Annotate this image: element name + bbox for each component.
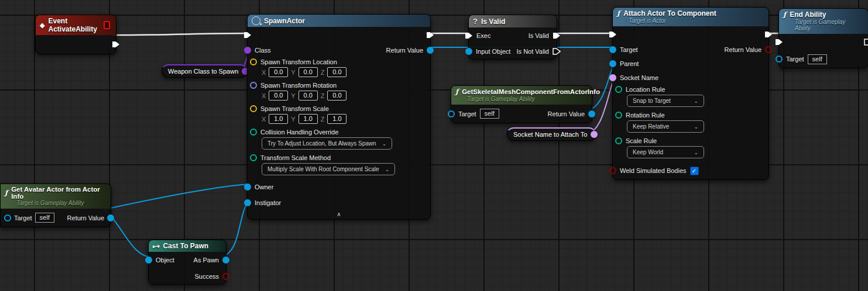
weld-row: Weld Simulated Bodies ✓ <box>613 162 768 179</box>
exec-out-pin[interactable] <box>426 32 434 39</box>
loc-y-input[interactable]: 0.0 <box>299 67 318 77</box>
rot-y-input[interactable]: 0.0 <box>299 91 318 101</box>
node-end-ability[interactable]: ƒ End Ability Target is Gameplay Ability… <box>778 8 868 68</box>
scale-rule-pin[interactable] <box>615 137 622 144</box>
node-get-skeletal-mesh-component[interactable]: ƒ GetSkeletalMeshComponentFromActorInfo … <box>451 85 592 123</box>
success-pin[interactable] <box>222 273 229 280</box>
event-node-header[interactable]: ◈ Event ActivateAbility <box>36 15 116 35</box>
node-get-avatar-actor[interactable]: ƒ Get Avatar Actor from Actor Info Targe… <box>0 183 111 227</box>
rotation-rule-dropdown[interactable]: Keep Relative ⌄ <box>627 120 704 133</box>
collision-pin[interactable] <box>250 129 257 136</box>
return-value-pin[interactable] <box>588 110 595 117</box>
object-pin[interactable] <box>145 257 152 264</box>
owner-pin[interactable] <box>244 183 251 190</box>
instigator-label: Instigator <box>255 199 281 206</box>
wire-avatar-to-owner[interactable] <box>103 184 251 210</box>
is-valid-out-label: Is Valid <box>529 32 549 39</box>
return-value-pin[interactable] <box>427 47 434 54</box>
attach-header[interactable]: ƒ Attach Actor To Component Target is Ac… <box>613 8 768 26</box>
exec-out-pin[interactable] <box>864 39 868 46</box>
target-pin[interactable] <box>609 46 616 53</box>
get-skel-subtitle: Target is Gameplay Ability <box>467 96 586 102</box>
weld-pin[interactable] <box>609 167 616 174</box>
rot-z-input[interactable]: 0.0 <box>327 91 346 101</box>
is-valid-header[interactable]: ? Is Valid <box>469 15 557 27</box>
scale-rule-value: Keep World <box>633 149 663 155</box>
exec-in-pin[interactable] <box>465 32 473 39</box>
is-not-valid-exec-out-pin[interactable] <box>553 48 561 55</box>
spawn-node-header[interactable]: SpawnActor <box>248 15 430 27</box>
scale-x-input[interactable]: 1.0 <box>269 114 288 124</box>
scale-z-input[interactable]: 1.0 <box>327 114 346 124</box>
is-valid-exec-out-pin[interactable] <box>553 32 561 39</box>
scale-y-input[interactable]: 1.0 <box>299 114 318 124</box>
loc-z-input[interactable]: 0.0 <box>327 67 346 77</box>
transform-scale-method-pin[interactable] <box>250 154 257 161</box>
wire-exec-event-to-spawn[interactable] <box>111 33 249 35</box>
return-value-pin[interactable] <box>107 214 114 221</box>
question-mark-icon: ? <box>473 17 478 26</box>
blueprint-graph-canvas[interactable]: ◈ Event ActivateAbility Weapon Class to … <box>0 0 868 291</box>
return-value-pin[interactable] <box>765 46 772 53</box>
collapse-chevron-icon[interactable]: ∧ <box>248 210 430 219</box>
axis-y-label: Y <box>291 69 295 76</box>
transform-scale-method-value: Multiply Scale With Root Component Scale <box>267 166 379 172</box>
instigator-row: Instigator <box>248 195 430 210</box>
exec-in-pin[interactable] <box>775 39 783 46</box>
node-spawn-actor[interactable]: SpawnActor Class Return Value Spawn Tran… <box>247 14 431 220</box>
as-pawn-pin[interactable] <box>222 257 229 264</box>
event-exec-row <box>36 35 116 54</box>
exec-out-pin[interactable] <box>112 41 120 48</box>
spawn-scale-pin[interactable] <box>250 105 257 112</box>
exec-in-pin[interactable] <box>609 31 617 38</box>
cast-header[interactable]: ▸➜ Cast To Pawn <box>149 240 226 252</box>
end-ability-title: End Ability <box>790 11 826 19</box>
node-cast-to-pawn[interactable]: ▸➜ Cast To Pawn Object As Pawn Success <box>148 240 227 285</box>
exec-in-pin[interactable] <box>243 32 252 39</box>
axis-z-label: Z <box>321 92 325 99</box>
success-label: Success <box>194 273 219 280</box>
rot-x-input[interactable]: 0.0 <box>269 91 288 101</box>
chevron-down-icon: ⌄ <box>694 124 698 130</box>
parent-pin[interactable] <box>609 60 616 67</box>
location-rule-pin[interactable] <box>615 86 622 93</box>
exec-out-pin[interactable] <box>764 31 773 38</box>
end-ability-header[interactable]: ƒ End Ability Target is Gameplay Ability <box>779 9 868 34</box>
scale-rule-dropdown[interactable]: Keep World ⌄ <box>627 146 704 158</box>
rotation-rule-pin[interactable] <box>615 112 622 119</box>
node-weapon-class-to-spawn[interactable]: Weapon Class to Spawn <box>162 64 247 78</box>
instigator-pin[interactable] <box>244 199 251 206</box>
weld-checkbox[interactable]: ✓ <box>690 167 699 175</box>
target-pin[interactable] <box>776 56 783 63</box>
spawn-rotation-pin[interactable] <box>250 82 257 89</box>
self-input[interactable]: self <box>35 213 54 223</box>
spawn-rotation-group: Spawn Transform Rotation X 0.0 Y 0.0 Z 0… <box>248 81 430 104</box>
socket-name-pin[interactable] <box>609 74 616 81</box>
node-event-activate-ability[interactable]: ◈ Event ActivateAbility <box>35 15 116 54</box>
chevron-down-icon: ⌄ <box>694 98 698 104</box>
axis-z-label: Z <box>321 116 325 123</box>
node-attach-actor-to-component[interactable]: ƒ Attach Actor To Component Target is Ac… <box>612 7 769 180</box>
class-pin[interactable] <box>244 47 251 54</box>
cast-title: Cast To Pawn <box>163 242 208 250</box>
self-input[interactable]: self <box>480 109 499 119</box>
input-object-pin[interactable] <box>465 48 472 55</box>
location-rule-dropdown[interactable]: Snap to Target ⌄ <box>627 95 704 107</box>
target-pin[interactable] <box>448 110 455 117</box>
end-ability-subtitle: Target is Gameplay Ability <box>795 19 862 32</box>
collision-dropdown[interactable]: Try To Adjust Location, But Always Spawn… <box>262 137 392 150</box>
socket-name-label: Socket Name to Attach To <box>513 131 587 138</box>
socket-name-out-pin[interactable] <box>591 131 598 138</box>
get-skel-header[interactable]: ƒ GetSkeletalMeshComponentFromActorInfo … <box>451 86 592 105</box>
is-valid-data-row: Input Object Is Not Valid <box>469 43 557 59</box>
node-socket-name-to-attach-to[interactable]: Socket Name to Attach To <box>507 127 596 141</box>
transform-scale-method-dropdown[interactable]: Multiply Scale With Root Component Scale… <box>262 163 395 175</box>
spawn-location-group: Spawn Transform Location X 0.0 Y 0.0 Z 0… <box>248 57 430 81</box>
loc-x-input[interactable]: 0.0 <box>269 67 288 77</box>
self-input[interactable]: self <box>808 54 827 64</box>
class-label: Class <box>255 47 271 54</box>
target-pin[interactable] <box>4 214 11 221</box>
node-is-valid[interactable]: ? Is Valid Exec Is Valid Input Object Is… <box>468 15 557 60</box>
get-avatar-header[interactable]: ƒ Get Avatar Actor from Actor Info Targe… <box>1 184 111 209</box>
spawn-location-pin[interactable] <box>250 58 257 65</box>
